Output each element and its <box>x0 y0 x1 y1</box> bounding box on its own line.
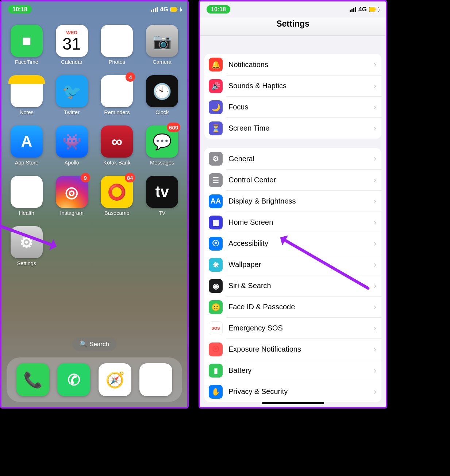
app-basecamp[interactable]: ⭕84Basecamp <box>99 176 135 216</box>
settings-row-label: Face ID & Passcode <box>228 303 374 311</box>
settings-row-battery[interactable]: ▮Battery› <box>226 360 381 381</box>
settings-row-label: Emergency SOS <box>228 324 374 332</box>
notifications-icon: 🔔 <box>209 58 223 71</box>
app-facetime[interactable]: ■FaceTime <box>8 25 45 65</box>
settings-row-label: Display & Brightness <box>228 197 374 205</box>
battery-icon: ▮ <box>209 364 223 378</box>
photos-icon: ✿ <box>101 25 133 57</box>
chevron-right-icon: › <box>374 175 376 185</box>
app-kotak-bank[interactable]: ∞Kotak Bank <box>99 125 135 166</box>
dock-whatsapp-icon[interactable]: ✆ <box>57 363 90 396</box>
settings-row-face-id-passcode[interactable]: 🙂Face ID & Passcode› <box>226 296 381 317</box>
home-screen-icon: ▦ <box>209 216 223 229</box>
app-reminders[interactable]: ≣4Reminders <box>99 75 135 115</box>
iphone-home-screen: 10:18 4G ⚡ ■FaceTimeWED31Calendar✿Photos… <box>0 0 189 409</box>
app-instagram[interactable]: ◎9Instagram <box>54 176 90 216</box>
network-label: 4G <box>160 6 168 13</box>
settings-row-label: Exposure Notifications <box>228 345 374 353</box>
settings-row-focus[interactable]: 🌙Focus› <box>226 96 381 117</box>
settings-row-notifications[interactable]: 🔔Notifications› <box>204 54 381 75</box>
app-photos[interactable]: ✿Photos <box>99 25 135 65</box>
spotlight-search[interactable]: 🔍 Search <box>72 337 116 351</box>
chevron-right-icon: › <box>374 366 376 375</box>
app-label: Apollo <box>64 160 79 166</box>
network-label: 4G <box>358 6 367 13</box>
app-label: Camera <box>153 59 172 65</box>
settings-row-label: Wallpaper <box>228 260 374 269</box>
settings-row-siri-search[interactable]: ◉Siri & Search› <box>226 275 381 296</box>
signal-icon <box>350 7 356 12</box>
app-clock[interactable]: 🕙Clock <box>144 75 180 115</box>
chevron-right-icon: › <box>374 387 376 396</box>
settings-row-label: General <box>228 155 374 163</box>
tv-icon: tv <box>146 176 178 208</box>
chevron-right-icon: › <box>374 197 376 206</box>
app-label: Settings <box>17 260 36 266</box>
settings-row-label: Accessibility <box>228 239 374 248</box>
dock-phone-icon[interactable]: 📞 <box>16 363 49 396</box>
settings-row-screen-time[interactable]: ⏳Screen Time› <box>226 117 381 139</box>
settings-row-display-brightness[interactable]: AADisplay & Brightness› <box>226 190 381 212</box>
settings-row-sounds-haptics[interactable]: 🔊Sounds & Haptics› <box>226 75 381 96</box>
dock-safari-icon[interactable]: 🧭 <box>99 363 131 396</box>
settings-row-control-center[interactable]: ☰Control Center› <box>226 169 381 190</box>
settings-row-general[interactable]: ⚙General› <box>204 148 381 169</box>
app-health[interactable]: ❤Health <box>8 176 45 216</box>
badge: 4 <box>126 72 135 82</box>
chevron-right-icon: › <box>374 260 376 270</box>
kotak-bank-icon: ∞ <box>101 125 133 158</box>
app-label: Twitter <box>64 109 80 115</box>
settings-row-label: Control Center <box>228 176 374 184</box>
settings-row-exposure-notifications[interactable]: ⦿Exposure Notifications› <box>226 338 381 360</box>
control-center-icon: ☰ <box>209 173 223 187</box>
dock-yt-music-icon[interactable]: ▶ <box>139 363 172 396</box>
chevron-right-icon: › <box>374 124 376 133</box>
settings-row-home-screen[interactable]: ▦Home Screen› <box>226 212 381 233</box>
home-app-grid: ■FaceTimeWED31Calendar✿Photos📷CameraNote… <box>1 18 187 266</box>
wallpaper-icon: ❋ <box>209 258 223 272</box>
search-label: Search <box>89 341 109 348</box>
chevron-right-icon: › <box>374 218 376 227</box>
app-messages[interactable]: 💬609Messages <box>144 125 180 166</box>
app-label: Reminders <box>104 109 130 115</box>
status-time: 10:18 <box>8 5 32 13</box>
iphone-settings-screen: 10:18 4G ⚡ Settings 🔔Notifications›🔊Soun… <box>199 0 387 409</box>
app-label: Instagram <box>60 210 83 216</box>
app-label: Basecamp <box>104 210 130 216</box>
battery-icon: ⚡ <box>369 7 379 12</box>
app-label: Notes <box>20 109 34 115</box>
chevron-right-icon: › <box>374 81 376 91</box>
settings-row-emergency-sos[interactable]: SOSEmergency SOS› <box>226 317 381 338</box>
settings-row-label: Battery <box>228 366 374 375</box>
dock: 📞✆🧭▶ <box>7 357 182 402</box>
settings-group: 🔔Notifications›🔊Sounds & Haptics›🌙Focus›… <box>204 54 381 139</box>
search-icon: 🔍 <box>80 340 87 348</box>
emergency-sos-icon: SOS <box>209 321 223 335</box>
app-notes[interactable]: Notes <box>8 75 45 115</box>
siri-search-icon: ◉ <box>209 279 223 293</box>
settings-row-label: Focus <box>228 103 374 111</box>
app-camera[interactable]: 📷Camera <box>144 25 180 65</box>
twitter-icon: 🐦 <box>56 75 88 107</box>
home-indicator[interactable] <box>262 402 324 404</box>
settings-row-wallpaper[interactable]: ❋Wallpaper› <box>226 254 381 275</box>
settings-row-privacy-security[interactable]: ✋Privacy & Security› <box>226 381 381 402</box>
app-calendar[interactable]: WED31Calendar <box>54 25 90 65</box>
face-id-passcode-icon: 🙂 <box>209 300 223 314</box>
app-label: Clock <box>155 109 169 115</box>
chevron-right-icon: › <box>374 60 376 69</box>
page-title: Settings <box>200 18 386 36</box>
app-tv[interactable]: tvTV <box>144 176 180 216</box>
display-brightness-icon: AA <box>209 194 223 208</box>
chevron-right-icon: › <box>374 324 376 333</box>
settings-row-label: Screen Time <box>228 124 374 132</box>
settings-row-label: Privacy & Security <box>228 387 374 396</box>
app-app-store[interactable]: AApp Store <box>8 125 45 166</box>
sounds-haptics-icon: 🔊 <box>209 79 223 93</box>
app-label: Calendar <box>61 59 82 65</box>
app-apollo[interactable]: 👾Apollo <box>54 125 90 166</box>
app-twitter[interactable]: 🐦Twitter <box>54 75 90 115</box>
facetime-icon: ■ <box>11 25 43 57</box>
status-bar: 10:18 4G ⚡ <box>200 1 386 18</box>
general-icon: ⚙ <box>209 152 223 166</box>
